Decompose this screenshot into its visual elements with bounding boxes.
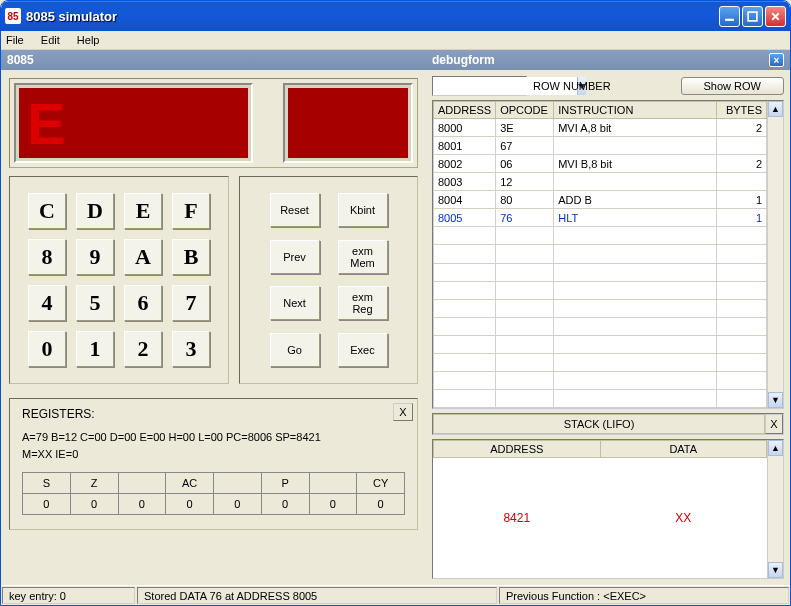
reset-button[interactable]: Reset	[270, 193, 320, 227]
panel-8085-title: 8085	[7, 53, 34, 67]
key-4[interactable]: 4	[28, 285, 66, 321]
minimize-button[interactable]	[719, 6, 740, 27]
key-c[interactable]: C	[28, 193, 66, 229]
stack-col-address[interactable]: ADDRESS	[434, 441, 601, 458]
panel-debug-header: debugform ×	[426, 50, 790, 70]
prev-button[interactable]: Prev	[270, 240, 320, 274]
table-row[interactable]	[434, 353, 767, 371]
menubar: File Edit Help	[1, 31, 790, 50]
close-button[interactable]	[765, 6, 786, 27]
control-pad: Reset Kbint Prev exm Mem Next exm Reg	[239, 176, 418, 384]
key-a[interactable]: A	[124, 239, 162, 275]
app-icon: 85	[5, 8, 21, 24]
table-row[interactable]: 80003EMVI A,8 bit2	[434, 119, 767, 137]
col-address[interactable]: ADDRESS	[434, 102, 496, 119]
panel-debug-close-button[interactable]: ×	[769, 53, 784, 67]
flag-blank2-hdr	[214, 473, 262, 494]
stack-close-button[interactable]: X	[765, 414, 783, 434]
rownum-label: ROW NUMBER	[533, 80, 611, 92]
key-6[interactable]: 6	[124, 285, 162, 321]
table-row[interactable]	[434, 389, 767, 407]
key-0[interactable]: 0	[28, 331, 66, 367]
status-stored: Stored DATA 76 at ADDRESS 8005	[137, 587, 497, 604]
exec-button[interactable]: Exec	[338, 333, 388, 367]
key-b[interactable]: B	[172, 239, 210, 275]
stack-scroll-up-button[interactable]: ▲	[768, 440, 783, 456]
flag-blank1-val: 0	[118, 494, 166, 515]
stack-col-data[interactable]: DATA	[600, 441, 767, 458]
next-button[interactable]: Next	[270, 286, 320, 320]
exm-reg-button[interactable]: exm Reg	[338, 286, 388, 320]
table-row[interactable]: 800576HLT1	[434, 209, 767, 227]
scroll-down-button[interactable]: ▼	[768, 392, 783, 408]
show-row-button[interactable]: Show ROW	[681, 77, 784, 95]
flags-table: S Z AC P CY 0 0 0	[22, 472, 405, 515]
table-row[interactable]	[434, 317, 767, 335]
table-row[interactable]: 800206MVI B,8 bit2	[434, 155, 767, 173]
scroll-track[interactable]	[768, 117, 783, 392]
key-9[interactable]: 9	[76, 239, 114, 275]
table-row[interactable]: 800167	[434, 137, 767, 155]
menu-file[interactable]: File	[6, 34, 24, 46]
menu-edit[interactable]: Edit	[41, 34, 60, 46]
col-instruction[interactable]: INSTRUCTION	[554, 102, 717, 119]
stack-scroll-track[interactable]	[768, 456, 783, 562]
scroll-up-button[interactable]: ▲	[768, 101, 783, 117]
status-prev-fn: Previous Function : <EXEC>	[499, 587, 789, 604]
stack-table[interactable]: ADDRESS DATA 8421XX	[433, 440, 767, 578]
table-row[interactable]	[434, 245, 767, 263]
panel-8085-header: 8085	[1, 50, 426, 70]
instruction-table[interactable]: ADDRESS OPCODE INSTRUCTION BYTES 80003EM…	[433, 101, 767, 408]
maximize-button[interactable]	[742, 6, 763, 27]
stack-scroll-down-button[interactable]: ▼	[768, 562, 783, 578]
flag-ac-hdr: AC	[166, 473, 214, 494]
stack-scrollbar[interactable]: ▲ ▼	[767, 440, 783, 578]
panel-debug-title: debugform	[432, 53, 495, 67]
display-right	[288, 88, 408, 158]
status-key-entry: key entry: 0	[2, 587, 135, 604]
table-row[interactable]: 800312	[434, 173, 767, 191]
registers-box: X REGISTERS: A=79 B=12 C=00 D=00 E=00 H=…	[9, 398, 418, 530]
titlebar: 85 8085 simulator	[1, 1, 790, 31]
key-f[interactable]: F	[172, 193, 210, 229]
menu-help[interactable]: Help	[77, 34, 100, 46]
registers-values: A=79 B=12 C=00 D=00 E=00 H=00 L=00 PC=80…	[22, 429, 405, 462]
key-5[interactable]: 5	[76, 285, 114, 321]
svg-rect-0	[725, 18, 734, 20]
go-button[interactable]: Go	[270, 333, 320, 367]
key-d[interactable]: D	[76, 193, 114, 229]
table-row[interactable]	[434, 371, 767, 389]
display-group: E	[9, 78, 418, 168]
key-3[interactable]: 3	[172, 331, 210, 367]
table-row[interactable]: 800480ADD B1	[434, 191, 767, 209]
stack-header: STACK (LIFO) X	[432, 413, 784, 435]
table-row[interactable]: 8421XX	[434, 458, 767, 579]
key-7[interactable]: 7	[172, 285, 210, 321]
col-opcode[interactable]: OPCODE	[496, 102, 554, 119]
kbint-button[interactable]: Kbint	[338, 193, 388, 227]
svg-rect-1	[748, 12, 757, 21]
table-row[interactable]	[434, 281, 767, 299]
table-row[interactable]	[434, 263, 767, 281]
exm-mem-button[interactable]: exm Mem	[338, 240, 388, 274]
flag-s-val: 0	[23, 494, 71, 515]
flag-p-val: 0	[261, 494, 309, 515]
inst-scrollbar[interactable]: ▲ ▼	[767, 101, 783, 408]
flag-cy-val: 0	[357, 494, 405, 515]
table-row[interactable]	[434, 299, 767, 317]
key-2[interactable]: 2	[124, 331, 162, 367]
registers-title: REGISTERS:	[22, 407, 405, 421]
flag-z-val: 0	[70, 494, 118, 515]
table-row[interactable]	[434, 227, 767, 245]
key-e[interactable]: E	[124, 193, 162, 229]
key-1[interactable]: 1	[76, 331, 114, 367]
display-left: E	[19, 88, 248, 158]
rownum-combo[interactable]	[432, 76, 527, 96]
registers-close-button[interactable]: X	[393, 403, 413, 421]
flag-p-hdr: P	[261, 473, 309, 494]
table-row[interactable]	[434, 335, 767, 353]
key-8[interactable]: 8	[28, 239, 66, 275]
statusbar: key entry: 0 Stored DATA 76 at ADDRESS 8…	[1, 585, 790, 605]
col-bytes[interactable]: BYTES	[717, 102, 767, 119]
keypad: C D E F 8 9 A B 4 5	[9, 176, 229, 384]
